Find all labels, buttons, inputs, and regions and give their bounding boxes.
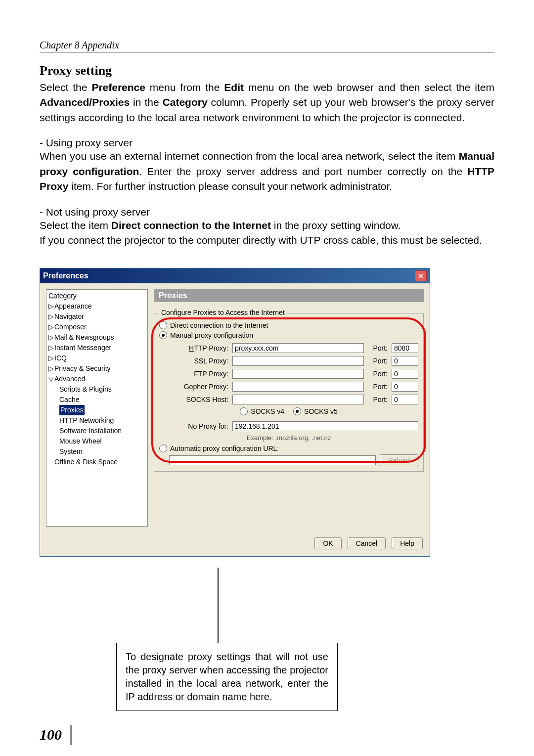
tree-item[interactable]: ▷Instant Messenger — [48, 343, 145, 353]
port-label: Port: — [368, 344, 388, 352]
tree-header: Category — [48, 291, 145, 301]
radio-direct[interactable]: Direct connection to the Internet — [159, 321, 418, 329]
radio-icon — [159, 331, 167, 339]
http-proxy-input[interactable] — [232, 343, 364, 353]
ok-button[interactable]: OK — [314, 537, 341, 549]
port-label: Port: — [368, 396, 388, 403]
http-port-input[interactable] — [392, 343, 418, 353]
page-number-divider — [70, 725, 72, 745]
category-tree[interactable]: Category ▷Appearance ▷Navigator ▷Compose… — [46, 289, 148, 527]
text-bold: Category — [163, 96, 208, 108]
socks-port-input[interactable] — [392, 395, 418, 404]
gopher-proxy-input[interactable] — [232, 382, 364, 392]
fieldset-legend: Configure Proxies to Access the Internet — [159, 309, 287, 316]
text-bold: Advanced/Proxies — [40, 96, 130, 108]
radio-label: Automatic proxy configuration URL: — [170, 445, 279, 452]
callout-box: To designate proxy settings that will no… — [116, 643, 338, 711]
http-proxy-label: HTTP Proxy: — [169, 344, 228, 352]
radio-icon — [293, 407, 301, 415]
gopher-port-input[interactable] — [392, 382, 418, 392]
socks-host-label: SOCKS Host: — [169, 396, 228, 403]
text: item. For further instruction please con… — [68, 180, 392, 192]
radio-icon — [159, 321, 167, 329]
radio-icon — [159, 445, 167, 452]
tree-item[interactable]: ▷Privacy & Security — [48, 363, 145, 374]
tree-item[interactable]: ▷Navigator — [48, 311, 145, 322]
port-label: Port: — [368, 357, 388, 365]
tree-item[interactable]: ▷Composer — [48, 322, 145, 332]
socks-host-input[interactable] — [232, 395, 364, 404]
ssl-port-input[interactable] — [392, 356, 418, 366]
no-proxy-label: No Proxy for: — [169, 422, 228, 430]
ssl-proxy-label: SSL Proxy: — [169, 357, 228, 365]
text: When you use an external internet connec… — [40, 150, 459, 162]
text: . Enter the proxy server address and por… — [139, 166, 467, 177]
using-paragraph: When you use an external internet connec… — [40, 149, 494, 194]
callout-connector-line — [218, 568, 219, 649]
radio-label: Direct connection to the Internet — [170, 321, 268, 329]
tree-item-advanced[interactable]: ▽Advanced — [48, 374, 145, 384]
tree-item[interactable]: ▷Mail & Newsgroups — [48, 332, 145, 343]
text: Select the item — [40, 220, 111, 231]
text-bold: Preference — [91, 82, 145, 93]
text: menu from the — [145, 82, 224, 93]
text: in the — [130, 96, 162, 108]
port-label: Port: — [368, 383, 388, 391]
ftp-proxy-label: FTP Proxy: — [169, 370, 228, 378]
notusing-paragraph-2: If you connect the projector to the comp… — [40, 233, 494, 248]
tree-item[interactable]: ▷Appearance — [48, 301, 145, 311]
ftp-proxy-input[interactable] — [232, 369, 364, 379]
close-button[interactable]: ✕ — [415, 270, 427, 281]
ssl-proxy-input[interactable] — [232, 356, 364, 366]
tree-item[interactable]: System — [48, 446, 145, 457]
page-number: 100 — [40, 726, 62, 743]
tree-item[interactable]: Mouse Wheel — [48, 436, 145, 446]
dialog-titlebar: Preferences ✕ — [40, 268, 430, 283]
text-bold: Edit — [224, 82, 244, 93]
proxies-fieldset: Configure Proxies to Access the Internet… — [154, 313, 424, 472]
ftp-port-input[interactable] — [392, 369, 418, 379]
gopher-proxy-label: Gopher Proxy: — [169, 383, 228, 391]
help-button[interactable]: Help — [392, 537, 423, 549]
example-text: Example: .mozilla.org, .net.nz — [159, 434, 418, 442]
chapter-header: Chapter 8 Appendix — [40, 40, 494, 52]
radio-socksv4[interactable]: SOCKS v4 — [240, 407, 284, 415]
notusing-paragraph-1: Select the item Direct connection to the… — [40, 218, 494, 233]
radio-auto[interactable]: Automatic proxy configuration URL: — [159, 445, 418, 452]
tree-item[interactable]: Software Installation — [48, 426, 145, 436]
tree-item[interactable]: Scripts & Plugins — [48, 384, 145, 395]
tree-item-selected[interactable]: Proxies — [48, 405, 145, 415]
tree-item[interactable]: Offline & Disk Space — [48, 457, 145, 467]
text: menu on the web browser and then select … — [244, 82, 494, 93]
reload-button[interactable]: Reload — [380, 454, 418, 466]
text: in the proxy setting window. — [271, 220, 401, 231]
tree-item[interactable]: ▷ICQ — [48, 353, 145, 363]
cancel-button[interactable]: Cancel — [348, 537, 386, 549]
text: Select the — [40, 82, 91, 93]
sub-heading-using: - Using proxy server — [40, 137, 494, 149]
tree-item[interactable]: HTTP Networking — [48, 415, 145, 426]
auto-url-input[interactable] — [169, 455, 376, 465]
panel-title: Proxies — [154, 289, 424, 302]
dialog-title: Preferences — [43, 271, 89, 280]
preferences-dialog: Preferences ✕ Category ▷Appearance ▷Navi… — [40, 268, 430, 557]
port-label: Port: — [368, 370, 388, 378]
radio-icon — [240, 407, 248, 415]
intro-paragraph: Select the Preference menu from the Edit… — [40, 80, 494, 125]
text-bold: Direct connection to the Internet — [111, 220, 271, 231]
radio-socksv5[interactable]: SOCKS v5 — [293, 407, 338, 415]
sub-heading-notusing: - Not using proxy server — [40, 206, 494, 218]
tree-item[interactable]: Cache — [48, 395, 145, 405]
radio-manual[interactable]: Manual proxy configuration — [159, 331, 418, 339]
radio-label: Manual proxy configuration — [170, 331, 253, 339]
no-proxy-input[interactable] — [232, 421, 418, 431]
section-heading: Proxy setting — [40, 63, 494, 78]
